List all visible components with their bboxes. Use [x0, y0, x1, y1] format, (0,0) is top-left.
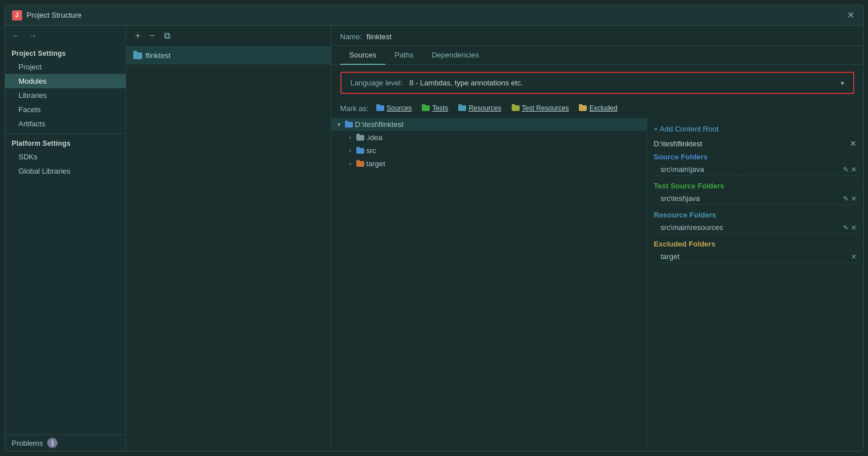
app-icon: J	[12, 10, 22, 20]
problems-label: Problems	[12, 439, 43, 447]
platform-settings-header: Platform Settings	[5, 136, 126, 150]
excluded-folder-actions: ✕	[851, 253, 857, 261]
resource-folder-entry: src\main\resources ✎ ✕	[654, 221, 857, 234]
sidebar-item-facets[interactable]: Facets	[5, 102, 126, 117]
dialog-title: Project Structure	[27, 11, 82, 19]
excluded-folder-icon	[579, 105, 587, 111]
test-source-folder-entry: src\test\java ✎ ✕	[654, 192, 857, 205]
module-folder-icon	[133, 52, 142, 59]
module-toolbar: + − ⧉	[126, 26, 331, 47]
mark-sources-button[interactable]: Sources	[374, 103, 414, 113]
dialog-titlebar: J Project Structure ✕	[5, 5, 863, 26]
src-folder-name: src	[367, 146, 376, 155]
idea-folder-icon	[356, 135, 364, 141]
test-source-folders-title: Test Source Folders	[654, 182, 857, 190]
module-name: flinktest	[146, 51, 171, 60]
resource-remove-icon[interactable]: ✕	[851, 224, 857, 232]
mark-as-row: Mark as: Sources Tests Resources Test Re…	[331, 101, 863, 118]
content-root-path: D:\test\flinktest	[654, 139, 702, 148]
source-folders-title: Source Folders	[654, 153, 857, 161]
close-button[interactable]: ✕	[845, 9, 857, 22]
mark-excluded-button[interactable]: Excluded	[577, 103, 619, 113]
test-source-folder-actions: ✎ ✕	[843, 195, 857, 203]
excluded-folder-entry: target ✕	[654, 250, 857, 263]
forward-button[interactable]: →	[27, 30, 39, 42]
problems-item[interactable]: Problems 1	[5, 434, 126, 451]
content-root-close[interactable]: ✕	[850, 139, 857, 148]
tree-item-target[interactable]: › target	[331, 157, 647, 170]
src-arrow: ›	[347, 147, 354, 154]
module-item-flinktest[interactable]: flinktest	[126, 47, 331, 64]
sidebar-item-libraries[interactable]: Libraries	[5, 88, 126, 102]
sidebar-item-global-libraries[interactable]: Global Libraries	[5, 164, 126, 178]
project-structure-dialog: J Project Structure ✕ ← → Project Settin…	[5, 5, 864, 451]
source-folder-actions: ✎ ✕	[843, 166, 857, 174]
language-level-box: Language level: 8 - Lambdas, type annota…	[340, 72, 854, 94]
excluded-folder-path: target	[661, 252, 680, 261]
back-button[interactable]: ←	[10, 30, 22, 42]
src-folder-icon	[356, 148, 364, 154]
test-source-folder-path: src\test\java	[661, 194, 700, 203]
tab-dependencies[interactable]: Dependencies	[422, 46, 488, 65]
sidebar-divider	[5, 133, 126, 134]
module-list-panel: + − ⧉ flinktest	[126, 26, 331, 451]
sidebar-item-project[interactable]: Project	[5, 60, 126, 74]
problems-badge: 1	[47, 438, 57, 448]
test-source-remove-icon[interactable]: ✕	[851, 195, 857, 203]
copy-module-button[interactable]: ⧉	[162, 30, 172, 42]
source-remove-icon[interactable]: ✕	[851, 166, 857, 174]
tree-item-idea[interactable]: › .idea	[331, 131, 647, 144]
test-source-edit-icon[interactable]: ✎	[843, 195, 849, 203]
main-content: Name: flinktest Sources Paths Dependenci…	[331, 26, 863, 451]
mark-tests-button[interactable]: Tests	[419, 103, 450, 113]
project-settings-header: Project Settings	[5, 46, 126, 60]
mark-resources-button[interactable]: Resources	[456, 103, 503, 113]
resources-folder-icon	[458, 105, 466, 111]
test-resources-folder-icon	[512, 105, 520, 111]
content-root-path-row: D:\test\flinktest ✕	[654, 139, 857, 148]
tab-paths[interactable]: Paths	[385, 46, 422, 65]
tree-root-path: D:\test\flinktest	[355, 120, 404, 129]
source-folder-path: src\main\java	[661, 165, 705, 174]
resource-folder-actions: ✎ ✕	[843, 224, 857, 232]
sidebar-item-sdks[interactable]: SDKs	[5, 150, 126, 164]
resource-edit-icon[interactable]: ✎	[843, 224, 849, 232]
mark-as-label: Mark as:	[340, 104, 369, 113]
target-arrow: ›	[347, 161, 354, 167]
name-label: Name:	[340, 32, 362, 41]
source-edit-icon[interactable]: ✎	[843, 166, 849, 174]
split-panel: ▾ D:\test\flinktest › .idea › src	[331, 118, 863, 451]
tab-sources[interactable]: Sources	[340, 46, 386, 65]
dialog-body: ← → Project Settings Project Modules Lib…	[5, 26, 863, 451]
file-tree-panel: ▾ D:\test\flinktest › .idea › src	[331, 118, 647, 451]
root-folder-icon	[345, 122, 353, 128]
tree-root-arrow: ▾	[336, 121, 343, 128]
excluded-remove-icon[interactable]: ✕	[851, 253, 857, 261]
idea-folder-name: .idea	[367, 133, 382, 142]
name-value: flinktest	[367, 32, 392, 41]
tree-root-item[interactable]: ▾ D:\test\flinktest	[331, 118, 647, 131]
resource-folders-title: Resource Folders	[654, 211, 857, 219]
tabs-row: Sources Paths Dependencies	[331, 46, 863, 65]
language-level-value: 8 - Lambdas, type annotations etc.	[409, 79, 523, 87]
language-level-dropdown[interactable]: ▾	[841, 79, 844, 87]
language-level-label: Language level:	[351, 79, 403, 87]
idea-arrow: ›	[347, 134, 354, 141]
target-folder-icon	[356, 161, 364, 167]
resource-folder-path: src\main\resources	[661, 223, 723, 232]
mark-test-resources-button[interactable]: Test Resources	[509, 103, 571, 113]
tree-item-src[interactable]: › src	[331, 144, 647, 157]
sidebar-item-modules[interactable]: Modules	[5, 74, 126, 88]
tests-folder-icon	[422, 105, 430, 111]
sidebar: ← → Project Settings Project Modules Lib…	[5, 26, 126, 451]
add-module-button[interactable]: +	[133, 30, 143, 42]
sources-folder-icon	[376, 105, 384, 111]
add-content-root-button[interactable]: + Add Content Root	[654, 125, 857, 133]
source-folder-entry: src\main\java ✎ ✕	[654, 163, 857, 176]
target-folder-name: target	[367, 159, 385, 168]
nav-arrows: ← →	[5, 28, 126, 46]
right-info-panel: + Add Content Root D:\test\flinktest ✕ S…	[647, 118, 863, 451]
name-row: Name: flinktest	[331, 26, 863, 46]
remove-module-button[interactable]: −	[147, 30, 157, 42]
sidebar-item-artifacts[interactable]: Artifacts	[5, 117, 126, 131]
